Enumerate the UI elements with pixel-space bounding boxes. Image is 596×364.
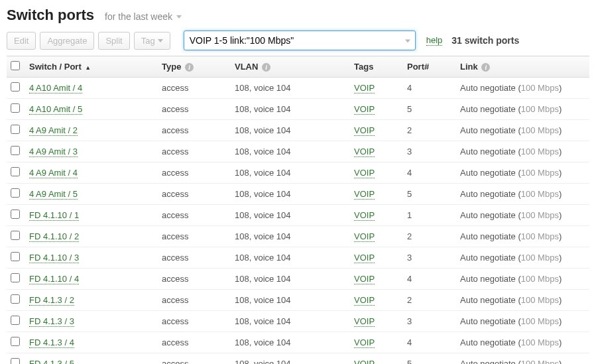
switch-port-link[interactable]: FD 4.1.3 / 5: [29, 359, 74, 364]
switch-port-link[interactable]: FD 4.1.10 / 2: [29, 231, 79, 242]
switch-port-link[interactable]: 4 A10 Amit / 4: [29, 83, 82, 93]
tag-link[interactable]: VOIP: [354, 189, 375, 200]
row-checkbox[interactable]: [11, 231, 20, 240]
cell-port-num: 4: [403, 269, 456, 290]
cell-vlan: 108, voice 104: [231, 290, 350, 311]
row-checkbox[interactable]: [11, 103, 20, 113]
tag-link[interactable]: VOIP: [354, 359, 375, 364]
switch-port-link[interactable]: 4 A9 Amit / 2: [29, 125, 78, 136]
tag-link[interactable]: VOIP: [354, 168, 375, 178]
column-header-vlan[interactable]: VLAN i: [231, 56, 350, 78]
cell-vlan: 108, voice 104: [231, 205, 350, 226]
table-row: FD 4.1.10 / 2access108, voice 104VOIP2Au…: [7, 226, 589, 247]
cell-type: access: [158, 162, 231, 184]
cell-port-num: 3: [403, 247, 456, 269]
cell-type: access: [158, 226, 231, 247]
cell-port-num: 2: [403, 290, 456, 311]
column-header-tags[interactable]: Tags: [350, 56, 403, 78]
tag-link[interactable]: VOIP: [354, 295, 375, 306]
tag-link[interactable]: VOIP: [354, 125, 375, 136]
switch-port-link[interactable]: 4 A9 Amit / 4: [29, 168, 78, 178]
cell-vlan: 108, voice 104: [231, 141, 350, 162]
table-row: FD 4.1.3 / 5access108, voice 104VOIP5Aut…: [7, 353, 589, 365]
column-header-link[interactable]: Link i: [456, 56, 589, 78]
row-checkbox[interactable]: [11, 294, 20, 304]
cell-type: access: [158, 205, 231, 226]
tag-link[interactable]: VOIP: [354, 253, 375, 263]
tag-link[interactable]: VOIP: [354, 337, 375, 348]
cell-vlan: 108, voice 104: [231, 162, 350, 184]
cell-link: Auto negotiate (100 Mbps): [456, 141, 589, 162]
time-range-label: for the last week: [105, 11, 172, 22]
cell-port-num: 5: [403, 99, 456, 120]
tag-link[interactable]: VOIP: [354, 316, 375, 327]
edit-button[interactable]: Edit: [7, 32, 36, 50]
cell-port-num: 3: [403, 311, 456, 332]
switch-port-link[interactable]: FD 4.1.3 / 3: [29, 316, 74, 327]
tag-link[interactable]: VOIP: [354, 231, 375, 242]
cell-vlan: 108, voice 104: [231, 269, 350, 290]
info-icon[interactable]: i: [481, 63, 490, 72]
tag-link[interactable]: VOIP: [354, 147, 375, 157]
row-checkbox[interactable]: [11, 188, 20, 198]
tag-link[interactable]: VOIP: [354, 274, 375, 284]
switch-port-link[interactable]: FD 4.1.10 / 4: [29, 274, 79, 284]
row-checkbox[interactable]: [11, 210, 20, 219]
cell-link: Auto negotiate (100 Mbps): [456, 184, 589, 205]
split-button[interactable]: Split: [98, 32, 129, 50]
table-row: 4 A9 Amit / 4access108, voice 104VOIP4Au…: [7, 162, 589, 184]
cell-type: access: [158, 247, 231, 269]
cell-link: Auto negotiate (100 Mbps): [456, 353, 589, 365]
row-checkbox[interactable]: [11, 167, 20, 176]
row-checkbox[interactable]: [11, 146, 20, 155]
cell-link: Auto negotiate (100 Mbps): [456, 205, 589, 226]
switch-port-link[interactable]: FD 4.1.10 / 3: [29, 253, 79, 263]
cell-type: access: [158, 353, 231, 365]
tag-button[interactable]: Tag: [134, 32, 170, 50]
cell-port-num: 4: [403, 78, 456, 99]
cell-vlan: 108, voice 104: [231, 226, 350, 247]
row-checkbox[interactable]: [11, 316, 20, 325]
select-all-checkbox[interactable]: [11, 61, 20, 70]
info-icon[interactable]: i: [185, 63, 194, 72]
tag-link[interactable]: VOIP: [354, 210, 375, 221]
chevron-down-icon: [176, 15, 182, 19]
switch-port-link[interactable]: FD 4.1.3 / 2: [29, 295, 74, 306]
cell-vlan: 108, voice 104: [231, 120, 350, 141]
row-checkbox[interactable]: [11, 252, 20, 261]
row-checkbox[interactable]: [11, 82, 20, 91]
search-input[interactable]: [184, 30, 416, 50]
column-header-port-num[interactable]: Port#: [403, 56, 456, 78]
column-header-checkbox[interactable]: [7, 56, 25, 78]
help-link[interactable]: help: [426, 35, 443, 46]
cell-vlan: 108, voice 104: [231, 99, 350, 120]
switch-port-link[interactable]: 4 A10 Amit / 5: [29, 104, 82, 115]
cell-port-num: 2: [403, 120, 456, 141]
switch-port-link[interactable]: 4 A9 Amit / 5: [29, 189, 78, 200]
column-header-switch-port[interactable]: Switch / Port ▲: [25, 56, 158, 78]
switch-port-link[interactable]: 4 A9 Amit / 3: [29, 147, 78, 157]
row-checkbox[interactable]: [11, 337, 20, 346]
table-row: 4 A9 Amit / 3access108, voice 104VOIP3Au…: [7, 141, 589, 162]
column-header-type[interactable]: Type i: [158, 56, 231, 78]
switch-port-link[interactable]: FD 4.1.3 / 4: [29, 337, 74, 348]
cell-vlan: 108, voice 104: [231, 184, 350, 205]
row-checkbox[interactable]: [11, 125, 20, 134]
row-checkbox[interactable]: [11, 358, 20, 364]
info-icon[interactable]: i: [262, 63, 270, 72]
tag-link[interactable]: VOIP: [354, 83, 375, 93]
aggregate-button[interactable]: Aggregate: [40, 32, 94, 50]
cell-vlan: 108, voice 104: [231, 311, 350, 332]
row-checkbox[interactable]: [11, 273, 20, 282]
time-range-dropdown[interactable]: for the last week: [105, 11, 182, 22]
switch-port-link[interactable]: FD 4.1.10 / 1: [29, 210, 79, 221]
cell-port-num: 3: [403, 141, 456, 162]
cell-vlan: 108, voice 104: [231, 332, 350, 353]
cell-port-num: 4: [403, 332, 456, 353]
tag-link[interactable]: VOIP: [354, 104, 375, 115]
cell-port-num: 4: [403, 162, 456, 184]
cell-link: Auto negotiate (100 Mbps): [456, 332, 589, 353]
table-row: FD 4.1.10 / 1access108, voice 104VOIP1Au…: [7, 205, 589, 226]
chevron-down-icon[interactable]: [405, 36, 410, 46]
cell-port-num: 5: [403, 353, 456, 365]
